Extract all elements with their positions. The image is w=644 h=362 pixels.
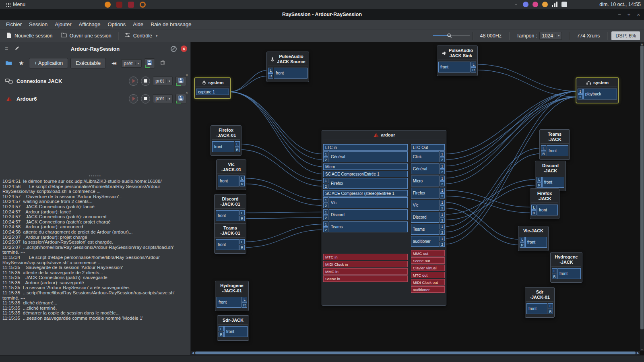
port-out_vlc-tab-1[interactable]: 1 bbox=[440, 200, 445, 205]
favorites-button[interactable]: ★ bbox=[16, 58, 27, 68]
connection-wire[interactable] bbox=[476, 64, 578, 91]
menu-item-session[interactable]: Session bbox=[25, 21, 51, 28]
port-front-tab-R[interactable]: R bbox=[541, 151, 546, 156]
trash-button[interactable] bbox=[157, 58, 168, 68]
connection-wire[interactable] bbox=[445, 180, 537, 215]
horizontal-scrollbar[interactable]: ◀ ▶ bbox=[191, 351, 640, 355]
port-front-tab-L[interactable]: L bbox=[219, 326, 224, 331]
client-play-button[interactable] bbox=[129, 94, 138, 103]
port-front-tab-L[interactable]: L bbox=[235, 141, 240, 147]
port-front-tab-R[interactable]: R bbox=[239, 245, 245, 250]
node-firefox_jack[interactable]: Firefox-JACKLRfront bbox=[530, 188, 559, 219]
port-out_auditioner-label[interactable]: auditioner bbox=[411, 236, 439, 247]
port-front-tab-R[interactable]: R bbox=[219, 332, 224, 337]
client-save-button[interactable] bbox=[175, 94, 186, 104]
connection-wire[interactable] bbox=[245, 178, 323, 200]
close-session-button[interactable]: × bbox=[180, 45, 188, 53]
port-front-label[interactable]: front bbox=[542, 177, 564, 188]
client-stop-button[interactable] bbox=[141, 94, 150, 103]
port-front-label[interactable]: front bbox=[218, 176, 239, 186]
port-out_discord-tab-1[interactable]: 1 bbox=[440, 212, 445, 217]
ardour-app-icon[interactable] bbox=[116, 2, 122, 8]
node-pulse_sink[interactable]: PulseAudioJACK SinkfrontLR bbox=[437, 46, 478, 76]
rewind-button[interactable]: ◀◀ bbox=[108, 58, 119, 68]
client-close-icon[interactable]: × bbox=[186, 73, 188, 77]
port-in_general-tab-1[interactable]: 1 bbox=[323, 151, 328, 157]
port-front-tab-R[interactable]: R bbox=[239, 216, 245, 221]
menu-item-options[interactable]: Options bbox=[104, 21, 129, 28]
open-session-button[interactable]: Ouvrir une session bbox=[57, 31, 116, 40]
port-front-label[interactable]: front bbox=[212, 141, 234, 152]
node-vlc01[interactable]: Vlc-JACK-01frontLR bbox=[216, 159, 246, 190]
port-out_teams-tab-2[interactable]: 2 bbox=[440, 230, 445, 235]
port-front-label[interactable]: front bbox=[274, 68, 308, 79]
port-front-label[interactable]: front bbox=[224, 326, 248, 337]
control-button[interactable]: Contrôle ▾ bbox=[121, 31, 162, 40]
port-front-tab-R[interactable]: R bbox=[235, 147, 240, 152]
client-status-select[interactable]: prêt▾ bbox=[153, 94, 173, 103]
connection-wire[interactable] bbox=[245, 218, 323, 219]
port-in_firefox-tab-1[interactable]: 1 bbox=[323, 178, 328, 183]
port-front-label[interactable]: front bbox=[525, 237, 547, 248]
vscroll-thumb[interactable] bbox=[640, 46, 644, 329]
add-executable-button[interactable]: Exécutable bbox=[70, 58, 106, 68]
firefox-icon[interactable] bbox=[105, 2, 111, 8]
port-playback-label[interactable]: playback bbox=[583, 89, 617, 99]
port-in_sc2-box[interactable]: SC ACE Compressor (stereo)/Entrée 1 bbox=[323, 190, 408, 197]
node-dc01[interactable]: Discord-JACK-01frontLR bbox=[214, 194, 246, 225]
port-in_micro-box[interactable]: Micro bbox=[323, 163, 408, 170]
port-out_vlc-label[interactable]: Vlc bbox=[411, 200, 439, 211]
port-out_mmc-box[interactable]: MMC out bbox=[411, 250, 445, 257]
port-out_auditioner-tab-2[interactable]: 2 bbox=[440, 242, 445, 247]
port-out_firefox-tab-1[interactable]: 1 bbox=[440, 188, 445, 193]
node-system_l[interactable]: systemcapture 1 bbox=[194, 78, 231, 99]
node-ff01[interactable]: Firefox-JACK-01frontLR bbox=[211, 125, 242, 156]
edit-session-button[interactable] bbox=[13, 45, 21, 53]
new-session-button[interactable]: Nouvelle session bbox=[2, 31, 57, 41]
connection-wire[interactable] bbox=[229, 92, 323, 154]
port-front-tab-R[interactable]: R bbox=[239, 181, 245, 186]
node-hy01[interactable]: Hydrogene-JACK-01frontLR bbox=[215, 281, 249, 311]
connection-wire[interactable] bbox=[229, 92, 323, 167]
port-in_discord-tab-2[interactable]: 2 bbox=[323, 215, 328, 220]
connection-wire[interactable] bbox=[245, 184, 323, 206]
scroll-up-icon[interactable]: ▲ bbox=[640, 42, 644, 45]
port-out_general-tab-2[interactable]: 2 bbox=[440, 169, 445, 174]
port-front-label[interactable]: front bbox=[216, 239, 239, 250]
port-in_sc1-box[interactable]: SC ACE Compressor/Entrée 1 bbox=[323, 171, 408, 177]
node-sdr[interactable]: Sdr-JACKLRfront bbox=[217, 315, 249, 341]
xruns-button[interactable]: 774 Xruns bbox=[572, 33, 605, 39]
port-front-label[interactable]: front bbox=[216, 210, 239, 221]
scroll-right-icon[interactable]: ▶ bbox=[636, 351, 640, 355]
port-out_sceneout-box[interactable]: Scene out bbox=[411, 257, 445, 264]
port-in_clock-box[interactable]: MIDI Clock in bbox=[323, 261, 408, 267]
port-front-tab-R[interactable]: R bbox=[520, 242, 525, 248]
hscroll-thumb[interactable] bbox=[195, 352, 636, 354]
session-status-select[interactable]: prêt▾ bbox=[121, 59, 141, 68]
connection-wire[interactable] bbox=[445, 154, 541, 232]
port-out_teams-label[interactable]: Teams bbox=[411, 224, 439, 235]
port-front-label[interactable]: front bbox=[557, 268, 581, 279]
port-in_teams-tab-2[interactable]: 2 bbox=[323, 227, 328, 232]
port-out_general-label[interactable]: Général bbox=[411, 163, 439, 174]
port-front-tab-R[interactable]: R bbox=[531, 210, 537, 215]
node-hydro_jack[interactable]: Hydrogene-JACKLRfront bbox=[550, 252, 582, 283]
port-in_mtc-box[interactable]: MTC in bbox=[323, 254, 408, 260]
port-out_firefox-label[interactable]: Firefox bbox=[411, 188, 439, 199]
save-session-button[interactable] bbox=[144, 58, 155, 68]
connection-wire[interactable] bbox=[445, 190, 531, 207]
port-in_teams-label[interactable]: Teams bbox=[329, 221, 408, 232]
connection-wire[interactable] bbox=[240, 144, 323, 181]
patchbay-canvas[interactable]: ▲ ▼ ◀ ▶ systemcapture 1PulseAudioJACK So… bbox=[191, 42, 644, 355]
port-front-tab-R[interactable]: R bbox=[268, 73, 273, 79]
port-out_teams-tab-1[interactable]: 1 bbox=[440, 224, 445, 229]
port-out_discord-label[interactable]: Discord bbox=[411, 212, 439, 223]
dots-grid-icon[interactable] bbox=[513, 2, 519, 7]
connection-wire[interactable] bbox=[445, 185, 537, 220]
zoom-slider[interactable] bbox=[433, 32, 470, 40]
vertical-scrollbar[interactable]: ▲ ▼ bbox=[640, 42, 644, 351]
client-status-select[interactable]: prêt▾ bbox=[153, 77, 173, 85]
connection-wire[interactable] bbox=[229, 76, 268, 92]
node-ardour[interactable]: ardourLTC in12GénéralMicroSC ACE Compres… bbox=[322, 130, 446, 306]
port-out_auditioner-tab-1[interactable]: 1 bbox=[440, 236, 445, 241]
